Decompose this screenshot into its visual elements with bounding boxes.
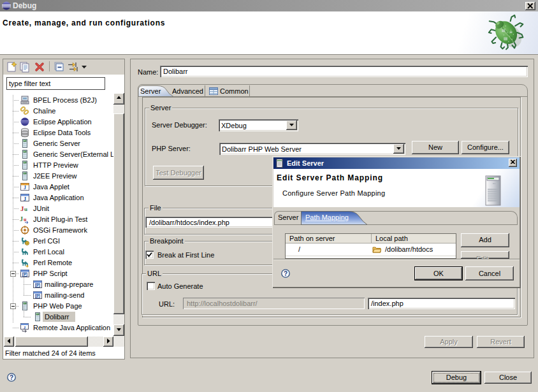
svg-text:?: ? — [10, 374, 13, 381]
svg-text:J: J — [24, 325, 26, 330]
svg-text:u: u — [24, 206, 27, 212]
svg-text:J: J — [24, 185, 26, 191]
svg-text:P: P — [36, 283, 40, 287]
svg-text:?: ? — [284, 270, 287, 277]
svg-text:u: u — [24, 217, 27, 222]
svg-text:J: J — [24, 196, 27, 202]
svg-text:J: J — [20, 215, 23, 222]
svg-text:P: P — [36, 294, 40, 298]
